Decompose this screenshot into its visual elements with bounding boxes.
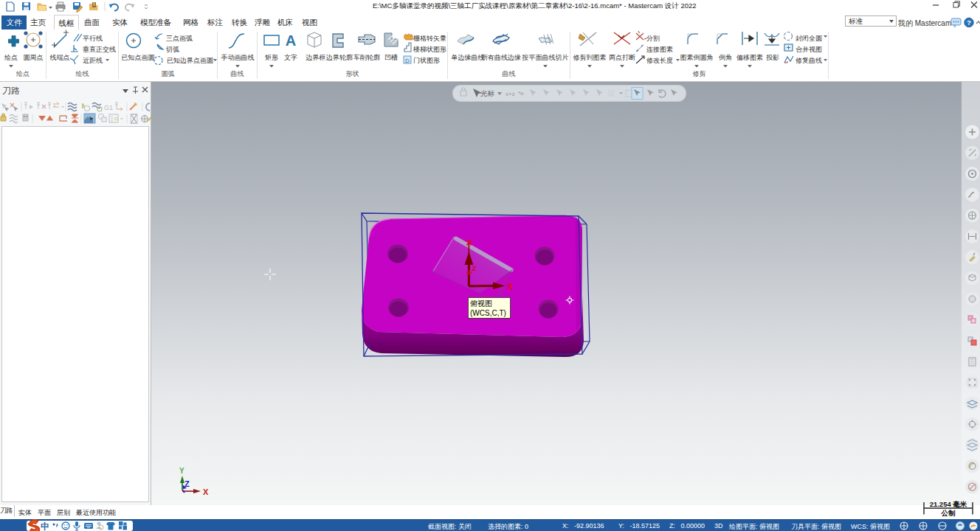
svg-text:边界框: 边界框: [306, 54, 326, 61]
svg-text:修复曲线: 修复曲线: [796, 57, 822, 64]
svg-text:21.254 毫米: 21.254 毫米: [930, 500, 967, 508]
svg-text:G1: G1: [104, 104, 113, 111]
svg-text:Y: Y: [179, 467, 184, 475]
svg-text:光标: 光标: [480, 89, 495, 97]
svg-text:绘点: 绘点: [4, 54, 18, 61]
svg-text:投影: 投影: [766, 54, 779, 61]
svg-text:?: ?: [967, 19, 971, 27]
svg-text:修改长度: 修改长度: [646, 57, 673, 64]
svg-text:矩形: 矩形: [265, 54, 278, 61]
svg-text:两点打断: 两点打断: [609, 54, 635, 61]
svg-text:近距线: 近距线: [83, 57, 103, 64]
svg-text:垂直正交线: 垂直正交线: [83, 46, 116, 53]
svg-text:边界轮廓: 边界轮廓: [326, 54, 353, 61]
svg-text:分割: 分割: [646, 35, 660, 42]
svg-text:Z: Z: [184, 479, 190, 488]
svg-text:门状图形: 门状图形: [413, 57, 440, 64]
svg-text:切弧: 切弧: [165, 46, 179, 53]
svg-text:三点画弧: 三点画弧: [166, 35, 193, 42]
svg-text:图素倒圆角: 图素倒圆角: [680, 54, 714, 61]
svg-text:文字: 文字: [284, 54, 297, 61]
svg-text:D: D: [405, 58, 410, 64]
svg-text:合并视图: 合并视图: [796, 46, 822, 53]
svg-text:封闭全圆: 封闭全圆: [796, 35, 822, 42]
svg-text:x+z: x+z: [505, 91, 515, 97]
svg-text:按平面曲线切片: 按平面曲线切片: [522, 54, 569, 61]
svg-text:A: A: [286, 32, 296, 49]
svg-text:平行线: 平行线: [83, 35, 103, 42]
svg-text:车削轮廓: 车削轮廓: [353, 54, 380, 61]
svg-text:圆周点: 圆周点: [24, 54, 44, 61]
svg-text:手动画曲线: 手动画曲线: [221, 54, 255, 61]
svg-text:偏移图素: 偏移图素: [736, 54, 763, 61]
svg-text:栅格转矢量: 栅格转矢量: [413, 35, 446, 42]
svg-text:中: 中: [41, 521, 49, 531]
svg-text:已知边界点画圆: 已知边界点画圆: [167, 57, 213, 64]
svg-text:Z: Z: [472, 264, 477, 272]
svg-text:线端点: 线端点: [50, 54, 70, 61]
svg-text:X: X: [507, 282, 514, 292]
svg-text:所有曲线边缘: 所有曲线边缘: [481, 54, 521, 61]
svg-text:修剪到图素: 修剪到图素: [573, 54, 607, 61]
svg-text:公制: 公制: [941, 509, 956, 517]
svg-text:连接图素: 连接图素: [646, 46, 673, 53]
svg-text:倒角: 倒角: [718, 54, 732, 61]
svg-text:单边缘曲线: 单边缘曲线: [452, 54, 485, 61]
svg-text:*o: *o: [518, 90, 524, 97]
svg-text:凹槽: 凹槽: [384, 54, 398, 61]
svg-text:已知点画圆: 已知点画圆: [122, 54, 155, 61]
svg-text:楼梯状图形: 楼梯状图形: [413, 46, 446, 53]
svg-text:X: X: [203, 487, 209, 496]
